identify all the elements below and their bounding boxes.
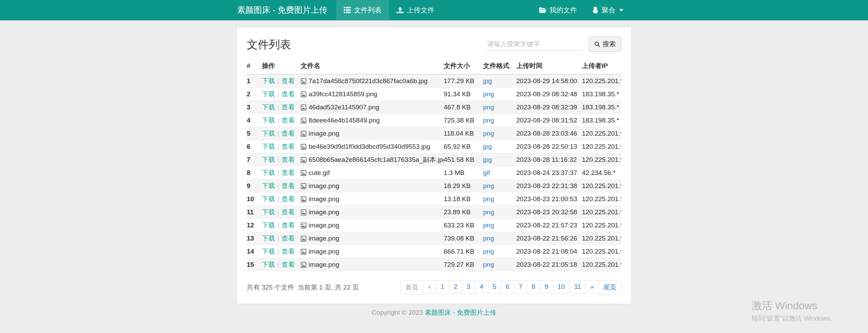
view-link[interactable]: 查看 <box>282 248 295 255</box>
col-header-size: 文件大小 <box>444 58 483 74</box>
format-link[interactable]: jpg <box>483 156 492 163</box>
format-link[interactable]: png <box>483 117 494 124</box>
download-link[interactable]: 下载 <box>262 182 275 189</box>
nav-item-my-files[interactable]: 我的文件 <box>531 0 585 20</box>
search-input[interactable] <box>487 38 583 51</box>
pagination-link[interactable]: 6 <box>501 280 514 293</box>
search-button[interactable]: 搜索 <box>589 37 621 52</box>
format-link[interactable]: png <box>483 235 494 242</box>
pagination-link[interactable]: 11 <box>569 280 586 293</box>
action-separator: | <box>277 222 279 229</box>
nav-item-upload[interactable]: 上传文件 <box>389 0 442 20</box>
format-link[interactable]: jpg <box>483 143 492 150</box>
format-link[interactable]: png <box>483 130 494 137</box>
download-link[interactable]: 下载 <box>262 77 275 85</box>
pagination-link[interactable]: 3 <box>462 280 475 293</box>
view-link[interactable]: 查看 <box>282 90 295 98</box>
pagination-link[interactable]: 5 <box>488 280 501 293</box>
copyright-site-link[interactable]: 素颜图床 - 免费图片上传 <box>425 309 496 316</box>
file-name: 7a17da456c8750f221d3c867fac0a6b.jpg <box>309 77 427 85</box>
view-link[interactable]: 查看 <box>282 77 295 85</box>
row-filename-cell: image.png <box>301 245 444 258</box>
download-link[interactable]: 下载 <box>262 117 275 124</box>
format-link[interactable]: png <box>483 248 494 255</box>
table-row: 15 下载|查看 image.png 729.27 KB png 2023-08… <box>247 258 621 271</box>
format-link[interactable]: png <box>483 104 494 111</box>
file-name: image.png <box>309 248 339 255</box>
pagination-link[interactable]: 8 <box>527 280 540 293</box>
row-upload-time: 2023-08-23 21:00:53 <box>516 193 582 206</box>
pagination-link[interactable]: 10 <box>553 280 570 293</box>
view-link[interactable]: 查看 <box>282 156 295 163</box>
download-link[interactable]: 下载 <box>262 130 275 137</box>
row-uploader-ip: 120.225.201.* <box>582 153 621 166</box>
download-link[interactable]: 下载 <box>262 104 275 111</box>
navbar: 素颜图床 - 免费图片上传 文件列表 上传文件 我的文件 聚合 <box>0 0 868 20</box>
pagination-link[interactable]: 尾页 <box>598 280 621 295</box>
format-link[interactable]: gif <box>483 169 490 176</box>
row-index: 9 <box>247 179 262 193</box>
pagination-link[interactable]: 4 <box>475 280 488 293</box>
view-link[interactable]: 查看 <box>282 222 295 229</box>
view-link[interactable]: 查看 <box>282 195 295 203</box>
image-file-icon <box>301 105 306 110</box>
download-link[interactable]: 下载 <box>262 169 275 176</box>
pagination-link[interactable]: » <box>585 280 599 293</box>
pagination-link: « <box>423 280 436 293</box>
download-link[interactable]: 下载 <box>262 195 275 203</box>
row-index: 6 <box>247 140 262 153</box>
action-separator: | <box>277 169 279 176</box>
file-name: image.png <box>309 261 339 268</box>
format-link[interactable]: png <box>483 208 494 216</box>
pagination-link[interactable]: 2 <box>449 280 462 293</box>
pagination-item: 1 <box>436 280 449 295</box>
download-link[interactable]: 下载 <box>262 222 275 229</box>
pagination-link[interactable]: 9 <box>540 280 553 293</box>
nav-item-file-list[interactable]: 文件列表 <box>336 0 389 20</box>
list-icon <box>344 7 351 13</box>
download-link[interactable]: 下载 <box>262 90 275 98</box>
download-link[interactable]: 下载 <box>262 208 275 216</box>
format-link[interactable]: png <box>483 222 494 229</box>
view-link[interactable]: 查看 <box>282 261 295 268</box>
format-link[interactable]: png <box>483 182 494 189</box>
view-link[interactable]: 查看 <box>282 130 295 137</box>
format-link[interactable]: png <box>483 90 494 98</box>
row-filename-cell: 46dad532e1145907.png <box>301 101 444 114</box>
view-link[interactable]: 查看 <box>282 235 295 242</box>
row-actions: 下载|查看 <box>262 74 301 88</box>
view-link[interactable]: 查看 <box>282 117 295 124</box>
format-link[interactable]: png <box>483 195 494 203</box>
search-button-label: 搜索 <box>603 40 616 49</box>
file-name: image.png <box>309 130 339 137</box>
pagination-link: 首页 <box>400 280 423 295</box>
image-file-icon <box>301 78 306 84</box>
pagination-link[interactable]: 7 <box>514 280 527 293</box>
download-link[interactable]: 下载 <box>262 261 275 268</box>
view-link[interactable]: 查看 <box>282 143 295 150</box>
view-link[interactable]: 查看 <box>282 169 295 176</box>
row-uploader-ip: 120.225.201.* <box>582 258 621 271</box>
row-size: 177.29 KB <box>444 74 483 88</box>
pagination-item: 8 <box>527 280 540 295</box>
download-link[interactable]: 下载 <box>262 143 275 150</box>
row-size: 725.38 KB <box>444 114 483 127</box>
nav-item-label: 聚合 <box>602 6 615 15</box>
row-size: 666.71 KB <box>444 245 483 258</box>
nav-item-juhe-dropdown[interactable]: 聚合 <box>585 0 631 20</box>
view-link[interactable]: 查看 <box>282 182 295 189</box>
download-link[interactable]: 下载 <box>262 156 275 163</box>
file-name: be46e39d9d1f0dd3dbcd95d340d9553.jpg <box>309 143 430 150</box>
format-link[interactable]: png <box>483 261 494 268</box>
row-format: png <box>483 232 516 245</box>
download-link[interactable]: 下载 <box>262 248 275 255</box>
row-size: 23.89 KB <box>444 206 483 219</box>
action-separator: | <box>277 90 279 98</box>
download-link[interactable]: 下载 <box>262 235 275 242</box>
format-link[interactable]: jpg <box>483 77 492 85</box>
row-upload-time: 2023-08-29 08:32:39 <box>516 101 582 114</box>
brand[interactable]: 素颜图床 - 免费图片上传 <box>237 0 336 20</box>
col-header-index: # <box>247 58 262 74</box>
view-link[interactable]: 查看 <box>282 104 295 111</box>
view-link[interactable]: 查看 <box>282 208 295 216</box>
